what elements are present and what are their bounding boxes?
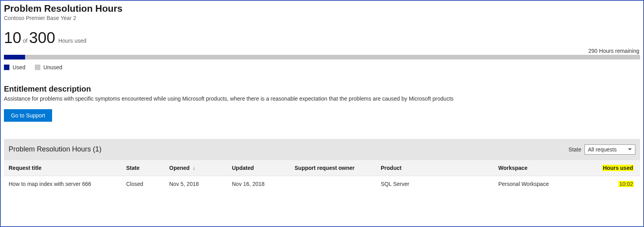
hours-used-value: 10: [4, 30, 22, 45]
hours-remaining: 290 Hours remaining: [4, 48, 640, 54]
of-label: of: [23, 38, 28, 44]
cell-hours-used-value: 10:02: [619, 181, 634, 187]
col-workspace[interactable]: Workspace: [494, 160, 588, 176]
col-updated[interactable]: Updated: [227, 160, 290, 176]
chevron-down-icon: [628, 148, 632, 150]
state-filter: State All requests: [568, 144, 635, 155]
state-filter-select[interactable]: All requests: [584, 144, 635, 155]
table-header-row: Request title State Opened ↓ Updated Sup…: [4, 160, 640, 176]
state-filter-label: State: [568, 146, 581, 153]
cell-opened: Nov 5, 2018: [165, 176, 227, 192]
cell-state: Closed: [121, 176, 165, 192]
table-title: Problem Resolution Hours (1): [9, 145, 101, 153]
col-opened-label: Opened: [169, 165, 190, 171]
sort-down-icon: ↓: [193, 166, 195, 171]
swatch-unused-icon: [35, 65, 40, 70]
legend-item-used: Used: [4, 64, 25, 70]
usage-progress-bar: [4, 55, 640, 59]
table-row[interactable]: How to map index with server 666 Closed …: [4, 176, 640, 192]
requests-table-section: Problem Resolution Hours (1) State All r…: [4, 139, 640, 192]
cell-request-title: How to map index with server 666: [4, 176, 121, 192]
col-hours-used[interactable]: Hours used: [588, 160, 640, 176]
legend-unused-label: Unused: [43, 64, 62, 70]
hours-used-label: Hours used: [58, 38, 87, 44]
col-state[interactable]: State: [121, 160, 165, 176]
cell-updated: Nov 16, 2018: [227, 176, 290, 192]
col-request-title[interactable]: Request title: [4, 160, 121, 176]
cell-owner: [290, 176, 376, 192]
usage-progress-fill: [4, 55, 25, 59]
col-product[interactable]: Product: [376, 160, 494, 176]
legend-item-unused: Unused: [35, 64, 62, 70]
go-to-support-button[interactable]: Go to Support: [4, 109, 52, 122]
entitlement-heading: Entitlement description: [4, 85, 640, 94]
table-header-bar: Problem Resolution Hours (1) State All r…: [4, 139, 640, 160]
swatch-used-icon: [4, 65, 9, 70]
page-subtitle: Contoso Premier Base Year 2: [4, 15, 640, 21]
hours-total-value: 300: [29, 30, 55, 45]
entitlement-description: Assistance for problems with specific sy…: [4, 95, 640, 103]
state-filter-value: All requests: [588, 146, 617, 153]
legend: Used Unused: [4, 64, 640, 70]
col-opened[interactable]: Opened ↓: [165, 160, 227, 176]
legend-used-label: Used: [13, 64, 25, 70]
cell-workspace: Personal Workspace: [494, 176, 588, 192]
cell-hours-used: 10:02: [588, 176, 640, 192]
requests-table: Request title State Opened ↓ Updated Sup…: [4, 160, 640, 192]
usage-summary: 10 of 300 Hours used: [4, 30, 640, 45]
col-hours-used-label: Hours used: [602, 165, 634, 171]
col-owner[interactable]: Support request owner: [290, 160, 376, 176]
cell-product: SQL Server: [376, 176, 494, 192]
page-title: Problem Resolution Hours: [4, 3, 640, 14]
